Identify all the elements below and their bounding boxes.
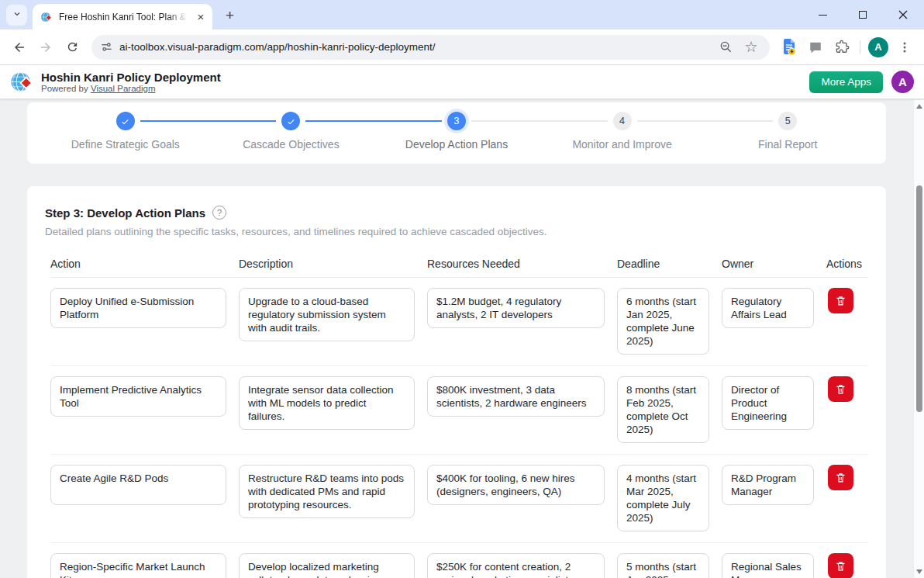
close-icon [898, 10, 908, 19]
scroll-up-arrow-icon[interactable] [916, 104, 922, 109]
owner-field[interactable]: Regional Sales Manager [722, 553, 814, 578]
help-icon[interactable]: ? [212, 206, 226, 220]
new-tab-button[interactable]: + [219, 5, 240, 26]
user-avatar[interactable]: A [891, 71, 914, 93]
delete-row-button[interactable] [828, 288, 853, 313]
window-close-button[interactable] [893, 5, 913, 25]
stepper-step-monitor-and-improve[interactable]: 4 Monitor and Improve [540, 112, 705, 151]
description-field[interactable]: Restructure R&D teams into pods with ded… [239, 465, 415, 518]
deadline-field[interactable]: 4 months (start Mar 2025, complete July … [617, 465, 709, 531]
step-label: Monitor and Improve [572, 138, 671, 151]
extension-doc-icon[interactable] [777, 36, 801, 59]
description-field[interactable]: Develop localized marketing collateral, … [239, 553, 415, 578]
app-header: Hoshin Kanri Policy Deployment Powered b… [0, 65, 924, 99]
resources-field[interactable]: $400K for tooling, 6 new hires (designer… [427, 465, 605, 505]
deadline-field[interactable]: 5 months (start Apr 2025, complete Aug 2… [617, 553, 709, 578]
resources-field[interactable]: $800K investment, 3 data scientists, 2 h… [427, 376, 605, 417]
browser-tab[interactable]: Free Hoshin Kanri Tool: Plan & E × [33, 4, 212, 29]
browser-menu-kebab-icon[interactable] [893, 36, 916, 59]
stepper-step-develop-action-plans[interactable]: 3 Develop Action Plans [374, 112, 540, 151]
action-field[interactable]: Implement Predictive Analytics Tool [50, 376, 226, 417]
table-row: Deploy Unified e-Submission Platform Upg… [50, 278, 868, 366]
address-bar[interactable]: ai-toolbox.visual-paradigm.com/app/hoshi… [91, 35, 770, 60]
column-header-action: Action [50, 258, 226, 270]
table-header-row: Action Description Resources Needed Dead… [50, 258, 868, 278]
delete-row-button[interactable] [828, 553, 853, 578]
resources-field[interactable]: $250K for content creation, 2 regional m… [427, 553, 605, 578]
page-subtitle: Detailed plans outlining the specific ta… [45, 226, 868, 237]
step-check-icon [116, 112, 135, 130]
tab-title: Free Hoshin Kanri Tool: Plan & E [59, 12, 188, 22]
maximize-icon [859, 11, 867, 19]
step-number: 5 [778, 112, 797, 130]
step-check-icon [281, 112, 300, 130]
action-field[interactable]: Create Agile R&D Pods [50, 465, 226, 505]
stepper-card: Define Strategic Goals Cascade Objective… [27, 102, 886, 164]
column-header-owner: Owner [722, 258, 814, 270]
step-label: Cascade Objectives [243, 138, 340, 151]
description-field[interactable]: Upgrade to a cloud-based regulatory subm… [239, 288, 415, 341]
window-minimize-button[interactable] [812, 5, 833, 25]
scrollbar-thumb[interactable] [916, 185, 922, 412]
deadline-field[interactable]: 6 months (start Jan 2025, complete June … [617, 288, 709, 355]
back-button[interactable] [6, 34, 33, 61]
delete-row-button[interactable] [828, 465, 853, 490]
stepper-step-final-report[interactable]: 5 Final Report [705, 112, 871, 151]
deadline-field[interactable]: 8 months (start Feb 2025, complete Oct 2… [617, 376, 709, 443]
page-scrollbar[interactable] [913, 100, 924, 578]
action-field[interactable]: Deploy Unified e-Submission Platform [50, 288, 226, 328]
app-title: Hoshin Kanri Policy Deployment [41, 71, 221, 84]
tab-close-icon[interactable]: × [194, 10, 208, 24]
chevron-down-icon [12, 9, 22, 21]
column-header-description: Description [239, 258, 415, 270]
comment-bubble-icon[interactable] [804, 36, 827, 59]
browser-toolbar: ai-toolbox.visual-paradigm.com/app/hoshi… [0, 29, 924, 65]
step-label: Final Report [758, 138, 817, 151]
stepper-step-cascade-objectives[interactable]: Cascade Objectives [209, 112, 374, 151]
column-header-actions: Actions [826, 258, 864, 270]
scroll-down-arrow-icon[interactable] [916, 569, 922, 574]
powered-by-prefix: Powered by [41, 84, 91, 93]
forward-button[interactable] [33, 34, 59, 61]
browser-profile-avatar[interactable]: A [868, 37, 888, 57]
owner-field[interactable]: Director of Product Engineering [722, 376, 814, 430]
url-text[interactable]: ai-toolbox.visual-paradigm.com/app/hoshi… [119, 41, 709, 53]
stepper: Define Strategic Goals Cascade Objective… [43, 112, 871, 151]
step-number: 3 [447, 112, 466, 130]
toolbar-divider [860, 40, 860, 54]
tab-search-button[interactable] [6, 5, 27, 26]
app-logo-icon [10, 70, 34, 94]
site-favicon-icon [40, 11, 53, 23]
step3-panel: Step 3: Develop Action Plans ? Detailed … [27, 186, 886, 578]
window-maximize-button[interactable] [853, 5, 873, 25]
site-info-icon[interactable] [101, 41, 112, 53]
trash-icon [835, 560, 846, 572]
action-plans-table: Action Description Resources Needed Dead… [50, 258, 868, 578]
column-header-deadline: Deadline [617, 258, 709, 270]
arrow-left-icon [12, 40, 26, 54]
reload-button[interactable] [59, 34, 85, 61]
delete-row-button[interactable] [828, 376, 853, 402]
description-field[interactable]: Integrate sensor data collection with ML… [239, 376, 415, 430]
column-header-resources: Resources Needed [427, 258, 605, 270]
extensions-puzzle-icon[interactable] [830, 36, 853, 59]
browser-tab-strip: Free Hoshin Kanri Tool: Plan & E × + [0, 0, 924, 29]
step-label: Define Strategic Goals [71, 138, 180, 151]
refresh-icon [66, 40, 79, 54]
page-title: Step 3: Develop Action Plans [45, 206, 205, 220]
arrow-right-icon [39, 40, 53, 54]
resources-field[interactable]: $1.2M budget, 4 regulatory analysts, 2 I… [427, 288, 605, 328]
trash-icon [835, 472, 846, 483]
visual-paradigm-link[interactable]: Visual Paradigm [91, 84, 156, 93]
stepper-step-define-strategic-goals[interactable]: Define Strategic Goals [43, 112, 209, 151]
zoom-out-icon[interactable] [716, 38, 735, 57]
step-number: 4 [613, 112, 632, 130]
bookmark-star-icon[interactable]: ☆ [742, 38, 760, 57]
window-controls [812, 5, 913, 25]
powered-by: Powered by Visual Paradigm [41, 84, 221, 94]
owner-field[interactable]: Regulatory Affairs Lead [722, 288, 814, 328]
action-field[interactable]: Region-Specific Market Launch Kits [50, 553, 226, 578]
more-apps-button[interactable]: More Apps [809, 71, 883, 93]
owner-field[interactable]: R&D Program Manager [722, 465, 814, 505]
trash-icon [835, 383, 846, 395]
